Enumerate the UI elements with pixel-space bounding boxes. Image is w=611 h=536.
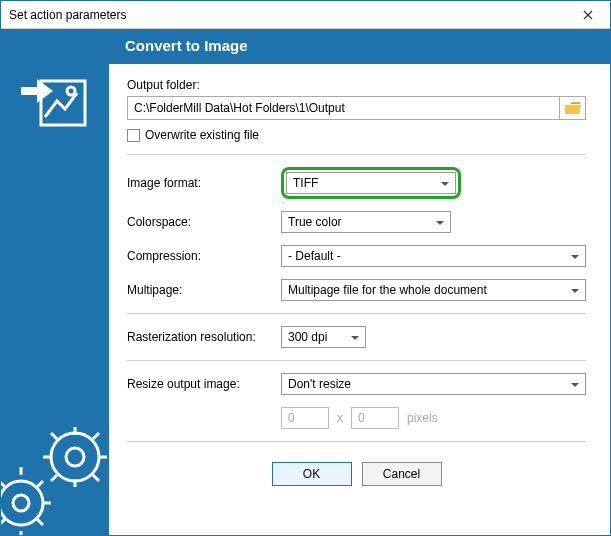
resize-dimensions: x pixels — [281, 407, 586, 429]
times-symbol: x — [337, 411, 343, 425]
output-folder-label: Output folder: — [127, 78, 586, 92]
separator — [127, 360, 586, 361]
sidebar — [1, 29, 109, 535]
resize-row: Resize output image: Don't resize — [127, 373, 586, 395]
resize-height-input[interactable] — [351, 407, 399, 429]
svg-point-4 — [51, 433, 99, 481]
panel-title: Convert to Image — [125, 37, 248, 54]
compression-label: Compression: — [127, 249, 281, 263]
resize-value: Don't resize — [288, 377, 351, 391]
folder-icon — [565, 102, 581, 114]
multipage-label: Multipage: — [127, 283, 281, 297]
compression-select[interactable]: - Default - — [281, 245, 586, 267]
ok-button[interactable]: OK — [272, 462, 352, 486]
gears-icon — [1, 425, 109, 535]
svg-point-2 — [1, 481, 43, 525]
ok-label: OK — [303, 467, 320, 481]
close-icon — [583, 10, 593, 20]
cancel-button[interactable]: Cancel — [362, 462, 442, 486]
image-format-label: Image format: — [127, 176, 281, 190]
multipage-value: Multipage file for the whole document — [288, 283, 487, 297]
convert-image-icon — [19, 67, 91, 131]
main-panel: Convert to Image Output folder: Overwrit… — [109, 29, 610, 535]
overwrite-label: Overwrite existing file — [145, 128, 259, 142]
colorspace-value: True color — [288, 215, 342, 229]
colorspace-label: Colorspace: — [127, 215, 281, 229]
resolution-value: 300 dpi — [288, 330, 327, 344]
button-row: OK Cancel — [127, 454, 586, 504]
svg-point-5 — [66, 448, 84, 466]
overwrite-row[interactable]: Overwrite existing file — [127, 128, 586, 142]
image-format-value: TIFF — [293, 176, 318, 190]
image-format-highlight: TIFF — [281, 167, 461, 199]
svg-point-1 — [67, 87, 75, 95]
separator — [127, 441, 586, 442]
multipage-select[interactable]: Multipage file for the whole document — [281, 279, 586, 301]
separator — [127, 313, 586, 314]
browse-button[interactable] — [560, 96, 586, 120]
image-format-select[interactable]: TIFF — [286, 172, 456, 194]
colorspace-row: Colorspace: True color — [127, 211, 586, 233]
resolution-label: Rasterization resolution: — [127, 330, 281, 344]
titlebar: Set action parameters — [1, 1, 610, 29]
form-content: Output folder: Overwrite existing file I… — [109, 64, 610, 535]
dialog-body: Convert to Image Output folder: Overwrit… — [1, 29, 610, 535]
output-folder-row — [127, 96, 586, 120]
svg-point-3 — [13, 495, 29, 511]
compression-row: Compression: - Default - — [127, 245, 586, 267]
dialog-window: Set action parameters — [0, 0, 611, 536]
overwrite-checkbox[interactable] — [127, 129, 140, 142]
pixels-label: pixels — [407, 411, 438, 425]
resize-select[interactable]: Don't resize — [281, 373, 586, 395]
resolution-select[interactable]: 300 dpi — [281, 326, 366, 348]
resolution-row: Rasterization resolution: 300 dpi — [127, 326, 586, 348]
resize-label: Resize output image: — [127, 377, 281, 391]
colorspace-select[interactable]: True color — [281, 211, 451, 233]
window-title: Set action parameters — [9, 8, 566, 22]
multipage-row: Multipage: Multipage file for the whole … — [127, 279, 586, 301]
image-format-row: Image format: TIFF — [127, 167, 586, 199]
cancel-label: Cancel — [383, 467, 420, 481]
output-folder-input[interactable] — [127, 96, 560, 120]
panel-header: Convert to Image — [109, 29, 610, 64]
compression-value: - Default - — [288, 249, 341, 263]
separator — [127, 154, 586, 155]
close-button[interactable] — [566, 1, 610, 29]
resize-width-input[interactable] — [281, 407, 329, 429]
